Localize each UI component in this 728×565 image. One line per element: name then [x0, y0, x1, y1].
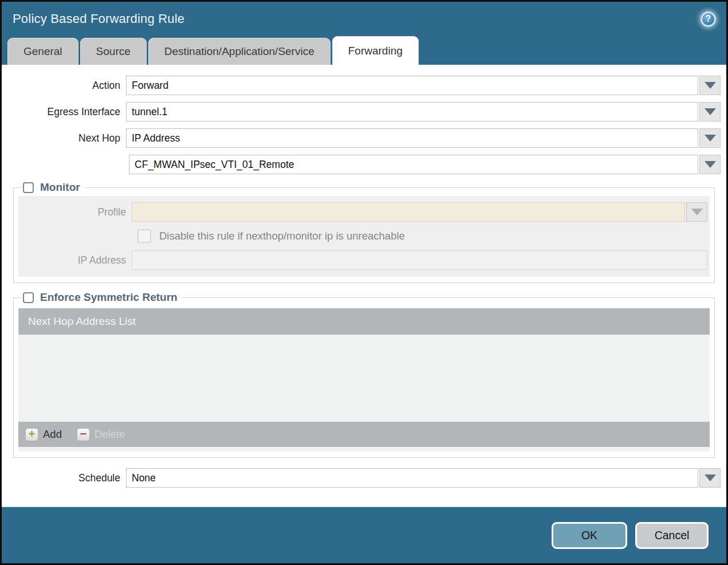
next-hop-address-dropdown-button[interactable] [699, 155, 721, 174]
cancel-button[interactable]: Cancel [635, 522, 709, 549]
symmetric-return-legend: Enforce Symmetric Return [22, 291, 182, 304]
profile-dropdown-button [686, 202, 707, 222]
table-bottom-strip [18, 447, 710, 452]
next-hop-address-list-header: Next Hop Address List [18, 308, 710, 335]
monitor-ip-address-label: IP Address [18, 254, 132, 266]
next-hop-address-list-body [18, 335, 710, 422]
delete-button-label: Delete [95, 428, 125, 441]
next-hop-type-input[interactable] [126, 128, 698, 148]
profile-label: Profile [18, 206, 132, 218]
disable-rule-checkbox [137, 229, 151, 243]
schedule-row: Schedule [7, 468, 721, 488]
next-hop-label: Next Hop [7, 132, 126, 144]
profile-row: Profile [18, 202, 710, 222]
next-hop-address-list-table: Next Hop Address List + Add − Delete [18, 308, 710, 452]
action-label: Action [7, 80, 126, 92]
disable-rule-label: Disable this rule if nexthop/monitor ip … [159, 230, 405, 242]
minus-icon: − [77, 428, 90, 441]
next-hop-address-list-toolbar: + Add − Delete [18, 422, 710, 447]
delete-button: − Delete [77, 428, 125, 441]
monitor-panel: Profile Disable this rule if nexthop/mon… [18, 196, 710, 277]
egress-interface-dropdown-button[interactable] [699, 102, 721, 121]
egress-interface-row: Egress Interface [7, 102, 721, 121]
symmetric-return-checkbox[interactable] [23, 292, 34, 303]
title-bar: Policy Based Forwarding Rule ? [2, 2, 726, 36]
action-row: Action [7, 76, 721, 95]
chevron-down-icon [705, 474, 716, 481]
forwarding-tab-content: Action Egress Interface Next Hop [2, 65, 726, 507]
chevron-down-icon [705, 108, 716, 115]
egress-interface-input[interactable] [126, 102, 698, 121]
monitor-legend-label: Monitor [40, 181, 80, 194]
tab-row: General Source Destination/Application/S… [2, 36, 726, 65]
tab-general[interactable]: General [7, 38, 78, 65]
schedule-label: Schedule [7, 472, 126, 484]
schedule-dropdown-button[interactable] [699, 468, 721, 488]
monitor-ip-address-input [132, 250, 707, 270]
chevron-down-icon [705, 82, 716, 89]
dialog-footer: OK Cancel [2, 507, 726, 563]
tab-source[interactable]: Source [80, 38, 147, 65]
policy-based-forwarding-dialog: Policy Based Forwarding Rule ? General S… [0, 0, 728, 565]
action-input[interactable] [126, 76, 698, 95]
ok-button[interactable]: OK [552, 522, 627, 549]
monitor-checkbox[interactable] [23, 182, 34, 193]
tab-destination-application-service[interactable]: Destination/Application/Service [148, 38, 330, 65]
symmetric-return-legend-label: Enforce Symmetric Return [40, 291, 178, 304]
profile-input [132, 202, 685, 222]
dialog-title: Policy Based Forwarding Rule [13, 11, 184, 26]
next-hop-type-dropdown-button[interactable] [699, 128, 721, 148]
monitor-group: Monitor Profile Disable this rule if nex… [13, 181, 715, 283]
plus-icon: + [25, 428, 38, 441]
next-hop-row: Next Hop [7, 128, 721, 148]
chevron-down-icon [705, 161, 716, 168]
chevron-down-icon [691, 209, 703, 215]
symmetric-return-group: Enforce Symmetric Return Next Hop Addres… [13, 291, 715, 458]
chevron-down-icon [705, 135, 716, 142]
schedule-input[interactable] [126, 468, 698, 488]
next-hop-address-input[interactable] [129, 155, 698, 174]
egress-interface-label: Egress Interface [7, 106, 126, 118]
add-button[interactable]: + Add [25, 428, 62, 441]
monitor-ip-address-row: IP Address [18, 250, 710, 270]
disable-rule-row: Disable this rule if nexthop/monitor ip … [18, 229, 710, 243]
tab-forwarding[interactable]: Forwarding [332, 36, 419, 65]
add-button-label: Add [43, 428, 62, 441]
next-hop-address-row [7, 155, 721, 174]
help-icon[interactable]: ? [701, 11, 716, 27]
action-dropdown-button[interactable] [699, 76, 721, 95]
monitor-legend: Monitor [22, 181, 85, 194]
